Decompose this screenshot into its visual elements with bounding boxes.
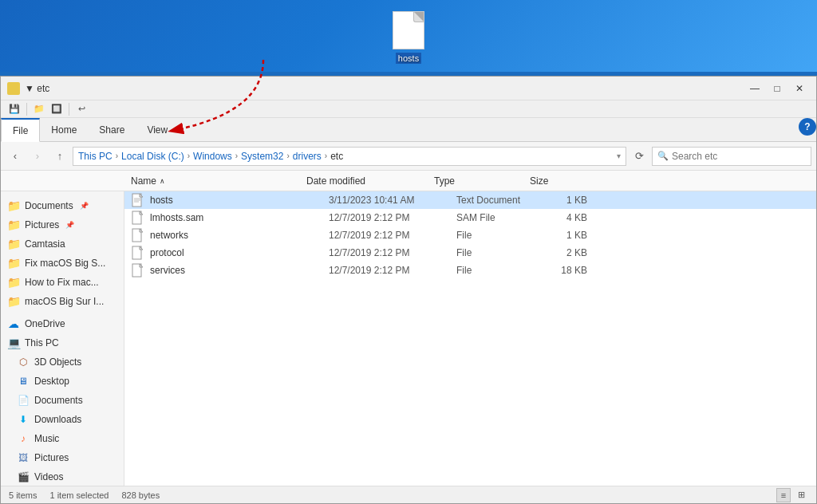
- sidebar-item-videos[interactable]: 🎬 Videos: [1, 467, 124, 486]
- quick-access-toolbar: 💾 📁 🔲 ↩: [1, 100, 816, 118]
- content-area: 📁 Documents 📌 📁 Pictures 📌 📁 Camtasia 📁 …: [1, 191, 816, 486]
- file-date-networks: 12/7/2019 2:12 PM: [322, 230, 450, 241]
- status-selected: 1 item selected: [49, 490, 109, 500]
- tab-share[interactable]: Share: [88, 118, 136, 141]
- folder-icon: 📁: [7, 276, 20, 289]
- desktop: hosts: [0, 0, 817, 72]
- minimize-button[interactable]: —: [744, 81, 765, 96]
- file-date-services: 12/7/2019 2:12 PM: [322, 265, 450, 276]
- window-controls: — □ ✕: [744, 81, 810, 96]
- thispc-icon: 💻: [7, 337, 20, 349]
- breadcrumb-windows[interactable]: Windows: [193, 151, 232, 162]
- forward-button[interactable]: ›: [28, 147, 47, 166]
- qa-save-button[interactable]: 💾: [7, 102, 22, 116]
- search-bar: 🔍: [652, 147, 811, 166]
- sidebar-item-documents2[interactable]: 📄 Documents: [1, 391, 124, 410]
- col-header-size[interactable]: Size: [523, 175, 571, 187]
- file-icon-lmhosts: [129, 211, 147, 225]
- file-date-protocol: 12/7/2019 2:12 PM: [322, 247, 450, 258]
- breadcrumb-localdisk[interactable]: Local Disk (C:): [121, 151, 184, 162]
- col-header-name[interactable]: Name ∧: [124, 175, 300, 187]
- breadcrumb-thispc[interactable]: This PC: [78, 151, 112, 162]
- sidebar-item-camtasia[interactable]: 📁 Camtasia: [1, 234, 124, 254]
- qa-new-folder-button[interactable]: 📁: [32, 102, 46, 116]
- downloads-icon: ⬇: [17, 413, 30, 426]
- qa-properties-button[interactable]: 🔲: [49, 102, 64, 116]
- file-row-lmhosts[interactable]: lmhosts.sam 12/7/2019 2:12 PM SAM File 4…: [124, 209, 816, 226]
- sidebar-item-fix-macos[interactable]: 📁 Fix macOS Big S...: [1, 254, 124, 273]
- title-bar-icon: [7, 82, 20, 95]
- large-icons-view-button[interactable]: ⊞: [794, 488, 808, 502]
- status-right: ≡ ⊞: [776, 488, 808, 502]
- col-header-date[interactable]: Date modified: [300, 175, 428, 187]
- sidebar: 📁 Documents 📌 📁 Pictures 📌 📁 Camtasia 📁 …: [1, 191, 124, 486]
- pictures-icon: 🖼: [17, 451, 30, 464]
- pin-icon: 📌: [80, 202, 89, 210]
- title-bar: ▼ etc — □ ✕: [1, 77, 816, 100]
- help-button[interactable]: ?: [799, 118, 816, 136]
- hosts-icon-label: hosts: [396, 53, 421, 64]
- desktop-hosts-icon[interactable]: hosts: [388, 8, 429, 67]
- sidebar-item-macos-big-sur[interactable]: 📁 macOS Big Sur I...: [1, 292, 124, 311]
- search-icon: 🔍: [657, 151, 669, 161]
- back-button[interactable]: ‹: [6, 147, 25, 166]
- breadcrumb-system32[interactable]: System32: [241, 151, 283, 162]
- ribbon: File Home Share View ?: [1, 118, 816, 142]
- folder-icon: 📁: [7, 199, 20, 212]
- qa-separator-2: [69, 103, 69, 116]
- sidebar-item-3dobjects[interactable]: ⬡ 3D Objects: [1, 352, 124, 372]
- file-row-protocol[interactable]: protocol 12/7/2019 2:12 PM File 2 KB: [124, 244, 816, 262]
- sidebar-item-pictures[interactable]: 📁 Pictures 📌: [1, 215, 124, 234]
- file-name-networks: networks: [147, 230, 322, 241]
- qa-separator: [26, 103, 27, 116]
- file-date-hosts: 3/11/2023 10:41 AM: [322, 195, 450, 206]
- status-count: 5 items: [9, 490, 37, 500]
- folder-icon: 📁: [7, 238, 20, 250]
- status-left: 5 items 1 item selected 828 bytes: [9, 490, 160, 500]
- sidebar-item-downloads[interactable]: ⬇ Downloads: [1, 410, 124, 429]
- tab-view[interactable]: View: [136, 118, 179, 141]
- maximize-button[interactable]: □: [767, 81, 787, 96]
- 3dobjects-icon: ⬡: [17, 356, 30, 368]
- up-button[interactable]: ↑: [50, 147, 69, 166]
- details-view-button[interactable]: ≡: [776, 488, 791, 502]
- file-row-networks[interactable]: networks 12/7/2019 2:12 PM File 1 KB: [124, 226, 816, 244]
- file-row-services[interactable]: services 12/7/2019 2:12 PM File 18 KB: [124, 262, 816, 279]
- sidebar-item-pictures2[interactable]: 🖼 Pictures: [1, 448, 124, 467]
- col-header-type[interactable]: Type: [428, 175, 523, 187]
- refresh-button[interactable]: ⟳: [630, 147, 649, 166]
- file-icon-protocol: [129, 246, 147, 260]
- close-button[interactable]: ✕: [789, 81, 810, 96]
- breadcrumb-bar[interactable]: This PC › Local Disk (C:) › Windows › Sy…: [73, 147, 626, 166]
- sidebar-item-music[interactable]: ♪ Music: [1, 429, 124, 448]
- sidebar-item-thispc[interactable]: 💻 This PC: [1, 333, 124, 352]
- sidebar-item-onedrive[interactable]: ☁ OneDrive: [1, 314, 124, 333]
- status-bar: 5 items 1 item selected 828 bytes ≡ ⊞: [1, 486, 816, 503]
- search-input[interactable]: [672, 151, 806, 162]
- tab-home[interactable]: Home: [40, 118, 88, 141]
- file-icon-hosts: [129, 193, 147, 207]
- file-name-protocol: protocol: [147, 247, 322, 258]
- file-list: hosts 3/11/2023 10:41 AM Text Document 1…: [124, 191, 816, 486]
- tab-file[interactable]: File: [1, 118, 40, 142]
- folder-icon: 📁: [7, 295, 20, 308]
- sidebar-item-documents[interactable]: 📁 Documents 📌: [1, 196, 124, 215]
- music-icon: ♪: [17, 432, 30, 445]
- breadcrumb-drivers[interactable]: drivers: [293, 151, 322, 162]
- file-type-hosts: Text Document: [450, 195, 546, 206]
- desktop-icon: 🖥: [17, 375, 30, 388]
- file-size-networks: 1 KB: [546, 230, 594, 241]
- file-size-protocol: 2 KB: [546, 247, 594, 258]
- column-header-row: Name ∧ Date modified Type Size: [1, 171, 816, 191]
- file-row-hosts[interactable]: hosts 3/11/2023 10:41 AM Text Document 1…: [124, 191, 816, 209]
- videos-icon: 🎬: [17, 471, 30, 483]
- sidebar-item-how-to-fix[interactable]: 📁 How to Fix mac...: [1, 273, 124, 292]
- sidebar-item-desktop[interactable]: 🖥 Desktop: [1, 372, 124, 391]
- qa-undo-button[interactable]: ↩: [74, 102, 89, 116]
- documents-icon: 📄: [17, 394, 30, 407]
- hosts-file-icon: [393, 11, 424, 49]
- status-size: 828 bytes: [121, 490, 160, 500]
- folder-icon: 📁: [7, 257, 20, 270]
- folder-icon: 📁: [7, 219, 20, 231]
- onedrive-icon: ☁: [7, 317, 20, 330]
